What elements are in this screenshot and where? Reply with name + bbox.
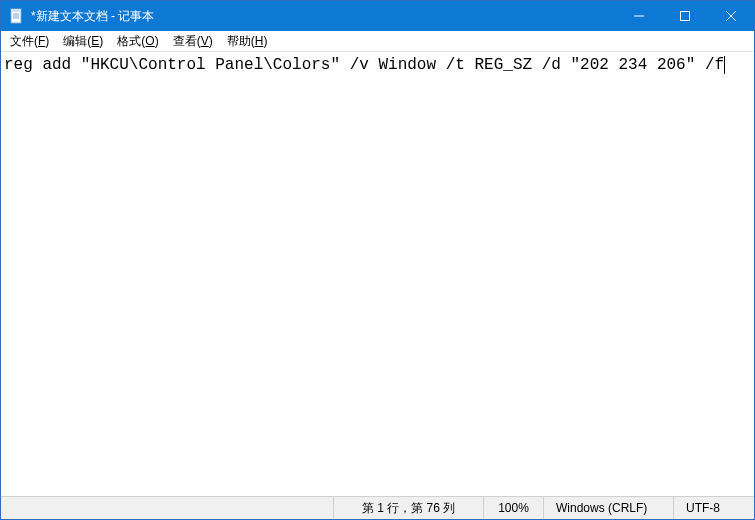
svg-rect-1 xyxy=(11,9,21,12)
status-encoding: UTF-8 xyxy=(674,497,754,519)
text-editor[interactable]: reg add "HKCU\Control Panel\Colors" /v W… xyxy=(1,52,754,496)
status-line-ending: Windows (CRLF) xyxy=(544,497,674,519)
menu-edit[interactable]: 编辑(E) xyxy=(56,31,110,52)
editor-content: reg add "HKCU\Control Panel\Colors" /v W… xyxy=(4,56,725,74)
notepad-icon xyxy=(9,8,25,24)
close-button[interactable] xyxy=(708,1,754,31)
text-caret xyxy=(724,56,725,74)
svg-rect-6 xyxy=(681,12,690,21)
app-window: *新建文本文档 - 记事本 文件(F) 编辑(E) 格式(O) 查看(V) 帮助… xyxy=(0,0,755,520)
window-title: *新建文本文档 - 记事本 xyxy=(31,8,616,25)
maximize-button[interactable] xyxy=(662,1,708,31)
menu-format[interactable]: 格式(O) xyxy=(110,31,165,52)
menubar: 文件(F) 编辑(E) 格式(O) 查看(V) 帮助(H) xyxy=(1,31,754,52)
menu-view[interactable]: 查看(V) xyxy=(166,31,220,52)
menu-help[interactable]: 帮助(H) xyxy=(220,31,275,52)
titlebar[interactable]: *新建文本文档 - 记事本 xyxy=(1,1,754,31)
status-position: 第 1 行，第 76 列 xyxy=(334,497,484,519)
window-controls xyxy=(616,1,754,31)
status-zoom: 100% xyxy=(484,497,544,519)
menu-file[interactable]: 文件(F) xyxy=(3,31,56,52)
statusbar: 第 1 行，第 76 列 100% Windows (CRLF) UTF-8 xyxy=(1,496,754,519)
minimize-button[interactable] xyxy=(616,1,662,31)
status-spacer xyxy=(1,497,334,519)
